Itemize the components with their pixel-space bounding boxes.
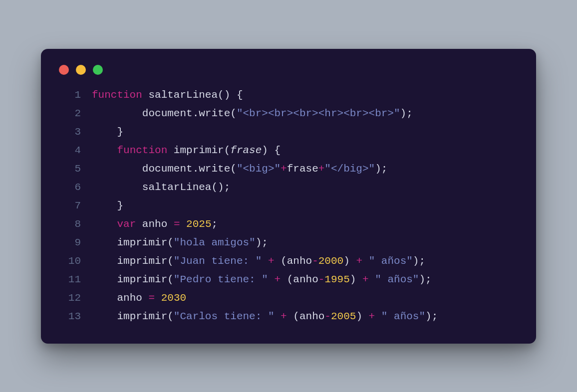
code-token: (	[167, 274, 174, 285]
code-token	[375, 311, 381, 322]
code-token: anho	[287, 255, 312, 267]
code-editor[interactable]: 1function saltarLinea() {2 document.writ…	[59, 86, 518, 326]
code-token: document	[142, 108, 193, 119]
code-token: =	[174, 218, 180, 230]
code-token: +	[268, 255, 275, 267]
code-token	[92, 163, 142, 175]
code-token: }	[117, 200, 123, 211]
code-token: frase	[230, 145, 262, 156]
code-token: )	[256, 237, 262, 248]
code-token: function	[92, 89, 142, 101]
code-token: 2005	[331, 311, 356, 322]
code-token: saltarLinea	[148, 89, 218, 101]
code-token: imprimir	[174, 145, 224, 156]
code-token	[92, 126, 117, 138]
code-token: 2025	[186, 218, 211, 230]
code-token: anho	[293, 274, 318, 285]
line-number: 8	[59, 215, 81, 233]
code-token	[136, 218, 142, 230]
code-token: -	[318, 274, 325, 285]
code-token: )	[400, 108, 407, 119]
code-line[interactable]: imprimir("hola amigos");	[92, 233, 518, 252]
code-line[interactable]: var anho = 2025;	[92, 215, 518, 233]
code-token	[92, 237, 117, 248]
code-token: ;	[425, 274, 432, 285]
line-number: 2	[59, 104, 81, 123]
code-token: +	[318, 163, 325, 175]
code-token	[275, 311, 281, 322]
code-token: -	[312, 255, 318, 267]
code-line[interactable]: function saltarLinea() {	[92, 86, 518, 104]
code-token: " años"	[375, 274, 419, 285]
code-token: (	[167, 255, 174, 267]
zoom-icon[interactable]	[93, 65, 103, 75]
code-token: write	[199, 163, 230, 175]
code-line[interactable]: document.write("<big>"+frase+"</big>");	[92, 160, 518, 178]
code-line[interactable]: function imprimir(frase) {	[92, 141, 518, 160]
code-token	[92, 292, 117, 304]
code-token	[356, 274, 362, 285]
code-token: (	[287, 274, 293, 285]
line-number: 13	[59, 307, 81, 326]
line-number: 3	[59, 123, 81, 141]
code-token: "Juan tiene: "	[174, 255, 262, 267]
code-line[interactable]: imprimir("Pedro tiene: " + (anho-1995) +…	[92, 270, 518, 289]
code-token: ;	[212, 218, 218, 230]
code-token: "Pedro tiene: "	[174, 274, 268, 285]
code-token	[92, 145, 117, 156]
code-token	[92, 200, 117, 211]
code-token: ;	[432, 311, 438, 322]
code-token	[369, 274, 375, 285]
code-token: imprimir	[117, 274, 167, 285]
code-token	[167, 145, 174, 156]
code-token: {	[237, 89, 243, 101]
close-icon[interactable]	[59, 65, 69, 75]
code-line[interactable]: saltarLinea();	[92, 178, 518, 196]
code-token: +	[362, 274, 369, 285]
line-number: 10	[59, 252, 81, 270]
code-token: +	[281, 311, 287, 322]
code-token: =	[148, 292, 155, 304]
code-token: write	[199, 108, 230, 119]
code-token	[180, 218, 186, 230]
code-token: ()	[211, 182, 224, 193]
code-token: )	[375, 163, 381, 175]
code-token: )	[262, 145, 268, 156]
code-token: "hola amigos"	[174, 237, 256, 248]
code-token: )	[343, 255, 350, 267]
code-token: anho	[117, 292, 142, 304]
code-token: imprimir	[117, 311, 167, 322]
code-window: 1function saltarLinea() {2 document.writ…	[41, 49, 536, 344]
code-token: )	[350, 274, 356, 285]
code-token: document	[142, 163, 193, 175]
minimize-icon[interactable]	[76, 65, 86, 75]
code-token	[281, 274, 287, 285]
code-line[interactable]: }	[92, 123, 518, 141]
code-line[interactable]: anho = 2030	[92, 289, 518, 307]
code-token	[142, 89, 149, 101]
code-line[interactable]: }	[92, 196, 518, 215]
code-token	[268, 274, 275, 285]
code-token: saltarLinea	[142, 182, 212, 193]
code-line[interactable]: imprimir("Carlos tiene: " + (anho-2005) …	[92, 307, 518, 326]
code-token: 2030	[161, 292, 186, 304]
code-line[interactable]: imprimir("Juan tiene: " + (anho-2000) + …	[92, 252, 518, 270]
code-token: ;	[381, 163, 388, 175]
code-token	[92, 255, 117, 267]
code-line[interactable]: document.write("<br><br><br><hr><br><br>…	[92, 104, 518, 123]
code-token	[92, 108, 142, 119]
code-token: +	[356, 255, 362, 267]
code-token	[230, 89, 237, 101]
code-token: (	[293, 311, 299, 322]
code-token: }	[117, 126, 123, 138]
code-token	[142, 292, 149, 304]
line-number: 4	[59, 141, 81, 160]
code-token	[92, 274, 117, 285]
code-token: ;	[406, 108, 413, 119]
stage: 1function saltarLinea() {2 document.writ…	[0, 0, 577, 392]
code-token: (	[230, 108, 237, 119]
code-token	[92, 182, 142, 193]
code-token: +	[275, 274, 281, 285]
code-token: {	[275, 145, 281, 156]
code-token	[275, 255, 281, 267]
